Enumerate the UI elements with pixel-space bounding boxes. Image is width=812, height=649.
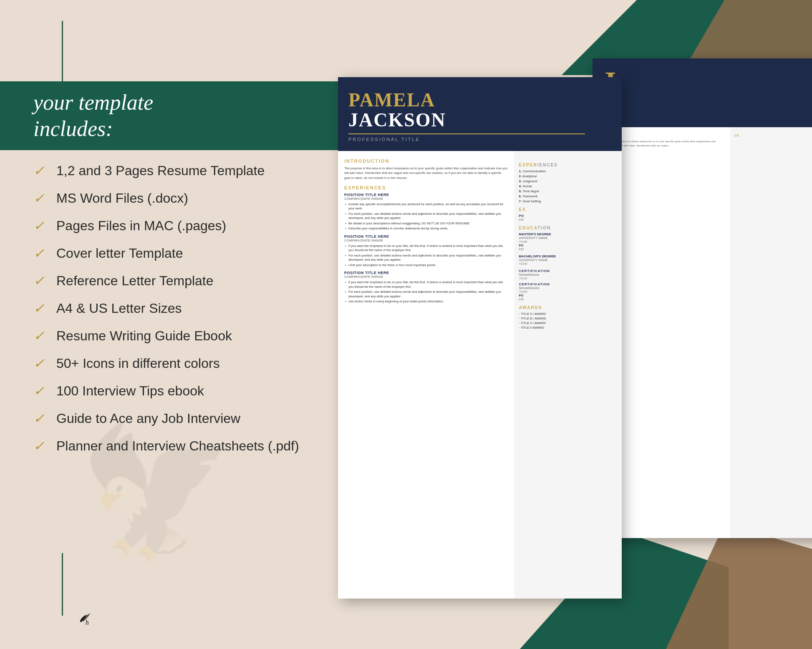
cert-year-1: YEAR: [519, 277, 617, 280]
svg-text:h: h: [86, 619, 89, 626]
feature-text-4: Cover letter Template: [56, 246, 183, 261]
card2-right-col: IN: [730, 127, 812, 538]
edu-item-masters: MASTER'S DEGREE UNIVERSITY NAME YEAR PO …: [519, 232, 617, 251]
right-exp-2: 2. Analytical: [519, 174, 617, 178]
left-accent-line-bottom: [62, 553, 63, 616]
feature-text-5: Reference Letter Template: [56, 273, 214, 289]
company-date-1: COMPANY|DATE RANGE: [344, 197, 508, 201]
right-edu-title: EDUCATION: [519, 226, 617, 230]
card2-right-title: IN: [734, 133, 812, 138]
check-icon-10: ✓: [33, 410, 48, 426]
right-exp-1: 1. Communication: [519, 169, 617, 173]
edu-item-bachelor: BACHELOR'S DEGREE UNIVERSITY NAME YEAR: [519, 254, 617, 266]
award-3: TITLE 0 / AWARD: [519, 321, 617, 325]
right-exp-3: 3. Judgment: [519, 179, 617, 183]
feature-item-9: ✓ 100 Interview Tips ebook: [33, 383, 346, 399]
bullet-1-3: Be details in your descriptions without …: [348, 221, 508, 226]
edu-year-2: YEAR: [519, 262, 617, 266]
feature-text-7: Resume Writing Guide Ebook: [56, 328, 232, 344]
right-exp-7: 7. Goal Setting: [519, 199, 617, 203]
feature-text-8: 50+ Icons in different colors: [56, 356, 220, 371]
bullet-3-1: If you want the emphasis to be on your t…: [348, 280, 508, 289]
bullet-1-2: For each position, use detailed actions …: [348, 212, 508, 221]
position-title-3: POSITION TITLE HERE: [344, 271, 508, 275]
exp-section-title: EXPERIENCES: [344, 185, 508, 190]
feature-item-3: ✓ Pages Files in MAC (.pages): [33, 218, 346, 234]
card2-body: IN The purpose of this area is to direct…: [593, 127, 812, 538]
card2-header: J J PR: [593, 58, 812, 127]
cert-school-1: School/Source: [519, 273, 617, 277]
feature-item-1: ✓ 1,2 and 3 Pages Resume Template: [33, 163, 346, 179]
check-icon-4: ✓: [33, 245, 48, 261]
features-list: ✓ 1,2 and 3 Pages Resume Template ✓ MS W…: [33, 163, 346, 465]
award-4: TITLE 0 AWARD: [519, 326, 617, 330]
edu-year-1: YEAR: [519, 240, 617, 244]
award-1: TITLE 0 / AWARD: [519, 312, 617, 316]
cert-label-1: CERTIFICATION: [519, 269, 617, 273]
bullet-3-3: Use Action Verbs in every beginning of y…: [348, 299, 508, 304]
card2-pro-label: PR: [601, 123, 812, 128]
feature-text-2: MS Word Files (.docx): [56, 191, 188, 206]
check-icon-9: ✓: [33, 383, 48, 399]
resume-body: INTRODUCTION The purpose of this area is…: [338, 151, 622, 599]
check-icon-11: ✓: [33, 438, 48, 454]
right-exp-4: 4. Social: [519, 184, 617, 188]
feature-item-6: ✓ A4 & US Letter Sizes: [33, 300, 346, 316]
resume-last-name: JACKSON: [348, 109, 611, 131]
intro-section-title: INTRODUCTION: [344, 158, 508, 164]
feature-item-8: ✓ 50+ Icons in different colors: [33, 355, 346, 371]
position-title-1: POSITION TITLE HERE: [344, 193, 508, 197]
feature-text-1: 1,2 and 3 Pages Resume Template: [56, 163, 265, 179]
resume-card-secondary: J J PR IN The purpose of this area is to…: [593, 58, 812, 538]
green-banner: your template includes:: [0, 81, 338, 150]
cert-co-2: CO: [519, 297, 617, 301]
bullet-1-4: Describe your responsibilities in concis…: [348, 226, 508, 231]
cert-school-2: School/Source: [519, 286, 617, 290]
company-date-2: COMPANY|DATE RANGE: [344, 239, 508, 242]
bullet-2-1: If you want the emphasis to be on your t…: [348, 244, 508, 253]
right-exp-6: 6. Teamwork: [519, 194, 617, 198]
check-icon-7: ✓: [33, 328, 48, 344]
resume-card-main: PAMELA JACKSON PROFESSIONAL TITLE INTROD…: [338, 77, 622, 599]
resume-first-name: PAMELA: [348, 89, 611, 111]
feature-item-2: ✓ MS Word Files (.docx): [33, 190, 346, 206]
edu-degree-2: BACHELOR'S DEGREE: [519, 254, 617, 258]
cert-year-2: YEAR: [519, 290, 617, 294]
company-date-3: COMPANY|DATE RANGE: [344, 275, 508, 279]
right-ex-title: EX: [519, 207, 617, 212]
check-icon-2: ✓: [33, 190, 48, 206]
cert-label-2: CERTIFICATION: [519, 282, 617, 286]
check-icon-8: ✓: [33, 355, 48, 371]
feature-item-10: ✓ Guide to Ace any Job Interview: [33, 410, 346, 426]
banner-line2: includes:: [33, 117, 113, 141]
edu-degree-1: MASTER'S DEGREE: [519, 232, 617, 236]
bullet-2-3: Limit your description to the three or f…: [348, 263, 508, 268]
banner-line1: your template: [33, 91, 153, 114]
resume-right-column: EXPERIENCES 1. Communication 2. Analytic…: [514, 151, 622, 599]
check-icon-1: ✓: [33, 163, 48, 179]
feature-item-4: ✓ Cover letter Template: [33, 245, 346, 261]
card2-initial-j2: J: [601, 96, 812, 122]
right-exp-5: 5. Time Mgmt: [519, 189, 617, 193]
card2-initial-j: J: [601, 69, 812, 96]
feature-item-11: ✓ Planner and Interview Cheatsheets (.pd…: [33, 438, 346, 454]
resume-left-column: INTRODUCTION The purpose of this area is…: [338, 151, 514, 599]
brand-logo-icon: h: [77, 607, 96, 626]
bullet-2-2: For each position, use detailed actions …: [348, 254, 508, 262]
feature-text-11: Planner and Interview Cheatsheets (.pdf): [56, 438, 299, 454]
feature-item-7: ✓ Resume Writing Guide Ebook: [33, 328, 346, 344]
right-co-label: CO: [519, 218, 617, 221]
check-icon-6: ✓: [33, 300, 48, 316]
position-title-2: POSITION TITLE HERE: [344, 234, 508, 239]
edu-school-1: UNIVERSITY NAME: [519, 236, 617, 240]
bullet-3-2: For each position, use detailed actions …: [348, 290, 508, 299]
feature-text-6: A4 & US Letter Sizes: [56, 301, 182, 316]
edu-school-2: UNIVERSITY NAME: [519, 258, 617, 262]
resume-divider: [348, 133, 585, 134]
logo-area: h: [77, 607, 96, 626]
cert-po-2: PO: [519, 294, 617, 297]
feature-text-9: 100 Interview Tips ebook: [56, 383, 204, 399]
right-awards-title: AWARDS: [519, 305, 617, 310]
feature-item-5: ✓ Reference Letter Template: [33, 273, 346, 289]
bullet-1-1: Include any specific accomplishments you…: [348, 202, 508, 211]
